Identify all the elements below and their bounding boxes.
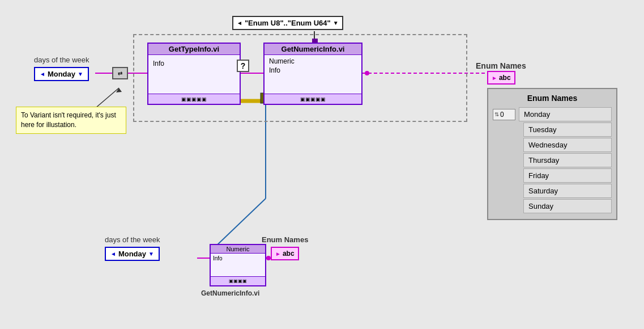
day-row-tuesday: Tuesday	[493, 123, 612, 137]
day-friday: Friday	[523, 168, 612, 183]
day-sunday: Sunday	[523, 199, 612, 213]
get-numeric-body-bottom: Info	[211, 254, 265, 263]
enum-names-panel: Enum Names ⇅ 0 Monday Tuesday Wednesday …	[487, 88, 617, 220]
get-numeric-footer-top: ▣▣▣▣▣	[265, 94, 361, 104]
enum-names-label-top: Enum Names	[476, 61, 526, 70]
days-label-bottom: days of the week	[105, 235, 160, 244]
enum-number-value: 0	[500, 111, 504, 119]
enum-panel-title: Enum Names	[493, 94, 612, 103]
svg-marker-16	[116, 88, 122, 92]
get-numeric-body-top: NumericInfo	[265, 55, 361, 77]
monday-label-bottom: Monday	[118, 250, 146, 258]
day-monday: Monday	[519, 107, 612, 121]
day-row-friday: Friday	[493, 168, 612, 183]
get-numeric-title-bottom: Numeric	[211, 245, 265, 254]
day-row-saturday: Saturday	[493, 184, 612, 198]
day-row-thursday: Thursday	[493, 153, 612, 167]
get-type-vi-box: GetTypeInfo.vi Info ▣▣▣▣▣	[147, 43, 241, 105]
day-wednesday: Wednesday	[523, 138, 612, 152]
enum-top-dropdown[interactable]: "Enum U8".."Enum U64"	[232, 16, 343, 30]
get-type-footer: ▣▣▣▣▣	[148, 94, 240, 104]
q-terminal: ?	[237, 60, 249, 72]
enum-panel-number: ⇅ 0	[493, 109, 515, 120]
get-numeric-vi-box-top: GetNumericInfo.vi NumericInfo ▣▣▣▣▣	[263, 43, 362, 105]
get-numeric-footer-bottom: ▣▣▣▣	[211, 276, 265, 285]
enum-names-label-bottom: Enum Names	[262, 235, 308, 244]
get-numeric-title-top: GetNumericInfo.vi	[265, 44, 361, 55]
day-saturday: Saturday	[523, 184, 612, 198]
get-numeric-vi-box-bottom: Numeric Info ▣▣▣▣	[210, 244, 266, 286]
annotation-text: To Variant isn't required, it's just her…	[21, 111, 116, 129]
main-canvas: "Enum U8".."Enum U64" days of the week M…	[0, 0, 644, 329]
get-numeric-label-bottom: GetNumericInfo.vi	[201, 289, 259, 297]
day-row-sunday: Sunday	[493, 199, 612, 213]
get-type-body: Info	[148, 55, 240, 72]
abc-label-top: abc	[499, 74, 511, 82]
monday-control-top[interactable]: Monday	[34, 67, 89, 81]
monday-control-bottom[interactable]: Monday	[105, 247, 160, 261]
get-type-title: GetTypeInfo.vi	[148, 44, 240, 55]
variant-icon: ⇄	[112, 67, 128, 79]
get-type-info-label: Info	[153, 60, 164, 68]
day-tuesday: Tuesday	[523, 123, 612, 137]
svg-point-14	[266, 256, 271, 260]
day-row-wednesday: Wednesday	[493, 138, 612, 152]
day-thursday: Thursday	[523, 153, 612, 167]
annotation-box: To Variant isn't required, it's just her…	[16, 107, 126, 134]
abc-box-top: abc	[487, 71, 515, 85]
enum-panel-number-row: ⇅ 0 Monday	[493, 107, 612, 121]
abc-label-bottom: abc	[283, 250, 295, 258]
abc-box-bottom: abc	[271, 247, 299, 260]
monday-label-top: Monday	[48, 70, 75, 78]
svg-line-10	[215, 199, 266, 247]
days-label-top: days of the week	[34, 56, 89, 64]
enum-top-label: "Enum U8".."Enum U64"	[245, 19, 331, 27]
